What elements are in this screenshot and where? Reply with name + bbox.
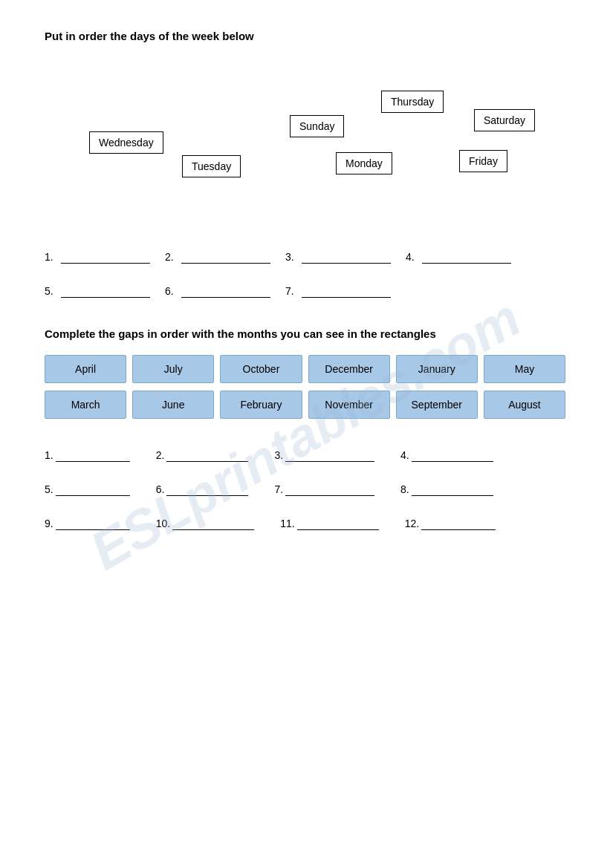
months-answer-6 [166,483,248,496]
month-february: February [220,391,302,419]
months-answer-7 [285,483,374,496]
days-answer-6 [181,284,270,298]
day-box-thursday: Thursday [381,91,444,113]
months-num-8: 8. [400,483,409,495]
days-answer-1 [61,250,150,264]
month-july: July [132,355,214,383]
days-answer-2 [181,250,270,264]
months-line-row-1: 1. 2. 3. 4. [45,448,565,462]
months-line-2: 2. [156,448,249,462]
days-num-3: 3. [285,251,299,263]
months-line-row-3: 9. 10. 11. 12. [45,517,565,530]
days-num-6: 6. [165,285,178,297]
days-line-2: 2. [165,250,270,264]
days-line-row-2: 5. 6. 7. [45,284,565,298]
days-answer-5 [61,284,150,298]
day-box-monday: Monday [336,152,392,174]
days-num-7: 7. [285,285,299,297]
days-num-1: 1. [45,251,58,263]
months-num-6: 6. [156,483,165,495]
days-answer-3 [302,250,391,264]
days-line-3: 3. [285,250,391,264]
months-line-1: 1. [45,448,130,462]
months-answer-3 [285,448,374,462]
months-answer-4 [412,448,493,462]
days-line-1: 1. [45,250,150,264]
months-line-row-2: 5. 6. 7. 8. [45,483,565,496]
section1-title: Put in order the days of the week below [45,30,565,42]
months-num-7: 7. [274,483,283,495]
days-container: Wednesday Tuesday Sunday Thursday Saturd… [45,65,565,213]
months-line-9: 9. [45,517,130,530]
months-answer-2 [166,448,248,462]
days-line-row-1: 1. 2. 3. 4. [45,250,565,264]
days-answer-4 [422,250,511,264]
days-line-5: 5. [45,284,150,298]
days-line-6: 6. [165,284,270,298]
months-answer-5 [56,483,130,496]
months-answer-9 [56,517,130,530]
months-num-9: 9. [45,518,53,529]
month-september: September [396,391,478,419]
months-answer-1 [56,448,130,462]
month-march: March [45,391,126,419]
months-line-10: 10. [156,517,254,530]
days-num-2: 2. [165,251,178,263]
months-line-7: 7. [274,483,374,496]
days-line-4: 4. [406,250,511,264]
month-october: October [220,355,302,383]
month-august: August [484,391,565,419]
months-line-8: 8. [400,483,493,496]
months-line-11: 11. [280,517,378,530]
months-answer-12 [421,517,496,530]
months-num-10: 10. [156,518,170,529]
months-answer-lines: 1. 2. 3. 4. 5. 6. 7. [45,448,565,530]
month-december: December [308,355,390,383]
months-answer-11 [297,517,379,530]
months-row-1: April July October December January May [45,355,565,383]
months-answer-8 [412,483,493,496]
day-box-saturday: Saturday [474,109,535,131]
day-box-friday: Friday [459,150,507,172]
month-november: November [308,391,390,419]
months-row-2: March June February November September A… [45,391,565,419]
month-june: June [132,391,214,419]
months-num-11: 11. [280,518,294,529]
days-num-4: 4. [406,251,419,263]
day-box-wednesday: Wednesday [89,131,163,154]
days-num-5: 5. [45,285,58,297]
months-line-6: 6. [156,483,249,496]
days-line-7: 7. [285,284,391,298]
months-line-3: 3. [274,448,374,462]
month-april: April [45,355,126,383]
months-grid: April July October December January May … [45,355,565,419]
months-num-12: 12. [405,518,419,529]
months-num-3: 3. [274,449,283,461]
months-num-2: 2. [156,449,165,461]
month-january: January [396,355,478,383]
day-box-tuesday: Tuesday [182,155,241,177]
months-num-1: 1. [45,449,53,461]
days-answer-lines: 1. 2. 3. 4. 5. 6. 7. [45,250,565,298]
months-line-5: 5. [45,483,130,496]
months-line-12: 12. [405,517,496,530]
month-may: May [484,355,565,383]
months-answer-10 [172,517,254,530]
months-num-4: 4. [400,449,409,461]
day-box-sunday: Sunday [290,115,344,137]
months-num-5: 5. [45,483,53,495]
months-line-4: 4. [400,448,493,462]
days-answer-7 [302,284,391,298]
section2-title: Complete the gaps in order with the mont… [45,327,565,340]
